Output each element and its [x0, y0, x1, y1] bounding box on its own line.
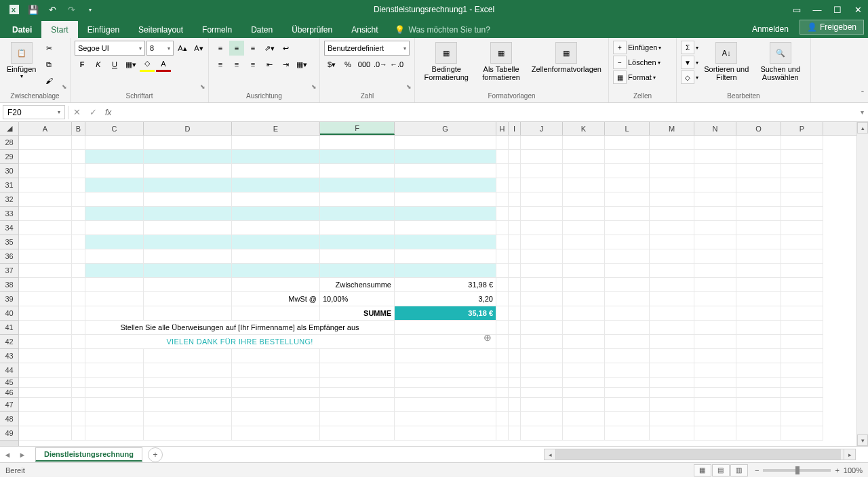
cell[interactable]: [19, 363, 72, 378]
select-all-corner[interactable]: ◢: [0, 122, 18, 136]
scroll-left-icon[interactable]: ◂: [545, 449, 556, 460]
cell[interactable]: [563, 235, 605, 249]
fill-icon[interactable]: ▼: [681, 56, 694, 69]
cell[interactable]: [19, 388, 72, 398]
cell[interactable]: [509, 278, 521, 292]
row-header-43[interactable]: 43: [0, 349, 18, 363]
cell[interactable]: [605, 164, 650, 178]
row-49[interactable]: [19, 426, 856, 441]
cell[interactable]: [72, 292, 85, 306]
cell[interactable]: [521, 349, 563, 363]
cell[interactable]: [232, 388, 320, 398]
cell[interactable]: [19, 335, 72, 349]
cell[interactable]: [232, 178, 320, 192]
cell[interactable]: [521, 150, 563, 164]
insert-cells-label[interactable]: Einfügen: [628, 43, 657, 52]
cell[interactable]: [694, 335, 736, 349]
row-44[interactable]: [19, 363, 856, 378]
tab-pagelayout[interactable]: Seitenlayout: [129, 21, 193, 38]
comma-icon[interactable]: 000: [357, 57, 372, 72]
cell[interactable]: [521, 136, 563, 150]
row-header-36[interactable]: 36: [0, 249, 18, 264]
cell[interactable]: [605, 178, 650, 192]
column-header-L[interactable]: L: [605, 122, 650, 135]
cell[interactable]: [650, 264, 694, 278]
cancel-formula-icon[interactable]: ✕: [68, 104, 85, 121]
cell[interactable]: [694, 363, 736, 378]
row-header-45[interactable]: 45: [0, 378, 18, 388]
cell[interactable]: [694, 292, 736, 306]
italic-button[interactable]: K: [91, 57, 106, 72]
cell[interactable]: [736, 378, 781, 388]
column-header-M[interactable]: M: [650, 122, 694, 135]
cell[interactable]: [395, 426, 496, 441]
scroll-right-icon[interactable]: ▸: [844, 449, 855, 460]
format-painter-icon[interactable]: 🖌: [41, 73, 56, 88]
maximize-icon[interactable]: ☐: [827, 0, 848, 19]
merge-icon[interactable]: ▦▾: [294, 57, 309, 72]
cell[interactable]: [736, 426, 781, 441]
cell[interactable]: [72, 398, 85, 412]
cell[interactable]: [650, 321, 694, 335]
cell[interactable]: [509, 221, 521, 235]
format-cells-icon[interactable]: ▦: [613, 70, 627, 84]
zoom-slider[interactable]: [763, 469, 831, 472]
cell[interactable]: [85, 221, 144, 235]
cell[interactable]: [496, 164, 509, 178]
tab-review[interactable]: Überprüfen: [282, 21, 342, 38]
cell[interactable]: [650, 150, 694, 164]
cell[interactable]: [320, 235, 395, 249]
delete-cells-label[interactable]: Löschen: [628, 58, 656, 66]
cell[interactable]: [85, 192, 144, 207]
cell[interactable]: [605, 221, 650, 235]
cell[interactable]: [496, 363, 509, 378]
cell[interactable]: [320, 221, 395, 235]
cell[interactable]: [72, 192, 85, 207]
cell[interactable]: [395, 235, 496, 249]
cell[interactable]: [72, 221, 85, 235]
cell[interactable]: [781, 388, 823, 398]
paste-button[interactable]: 📋 Einfügen ▾: [4, 41, 39, 81]
cell[interactable]: [232, 221, 320, 235]
zoom-out-icon[interactable]: −: [755, 466, 759, 474]
cell[interactable]: [85, 249, 144, 264]
cell[interactable]: [144, 136, 232, 150]
increase-decimal-icon[interactable]: .0→: [373, 57, 388, 72]
cell[interactable]: [320, 150, 395, 164]
cell[interactable]: [694, 136, 736, 150]
cell[interactable]: [521, 164, 563, 178]
cell[interactable]: [563, 278, 605, 292]
page-break-view-icon[interactable]: ▥: [730, 464, 748, 476]
cell[interactable]: [563, 321, 605, 335]
cell[interactable]: [736, 335, 781, 349]
cell[interactable]: [395, 321, 496, 335]
cell[interactable]: [395, 412, 496, 426]
cell[interactable]: [650, 292, 694, 306]
cell[interactable]: [650, 306, 694, 321]
cell[interactable]: [781, 264, 823, 278]
cell[interactable]: [650, 221, 694, 235]
cell[interactable]: MwSt @: [232, 292, 320, 306]
cell[interactable]: [72, 207, 85, 221]
zoom-level[interactable]: 100%: [844, 466, 863, 474]
cell[interactable]: [509, 150, 521, 164]
cell[interactable]: [563, 363, 605, 378]
cell[interactable]: [509, 136, 521, 150]
cell[interactable]: [605, 292, 650, 306]
cell[interactable]: [521, 363, 563, 378]
cell[interactable]: [85, 150, 144, 164]
cell[interactable]: [19, 306, 72, 321]
sheet-nav-next-icon[interactable]: ►: [15, 451, 30, 459]
cell[interactable]: VIELEN DANK FÜR IHRE BESTELLUNG!: [85, 335, 395, 349]
cell[interactable]: [521, 292, 563, 306]
row-43[interactable]: [19, 349, 856, 363]
cell[interactable]: [605, 264, 650, 278]
cell[interactable]: [19, 398, 72, 412]
cell[interactable]: [72, 363, 85, 378]
cell[interactable]: [232, 192, 320, 207]
cell[interactable]: [605, 363, 650, 378]
cell[interactable]: [736, 221, 781, 235]
cell[interactable]: [563, 335, 605, 349]
cell[interactable]: [509, 192, 521, 207]
cell[interactable]: [736, 136, 781, 150]
